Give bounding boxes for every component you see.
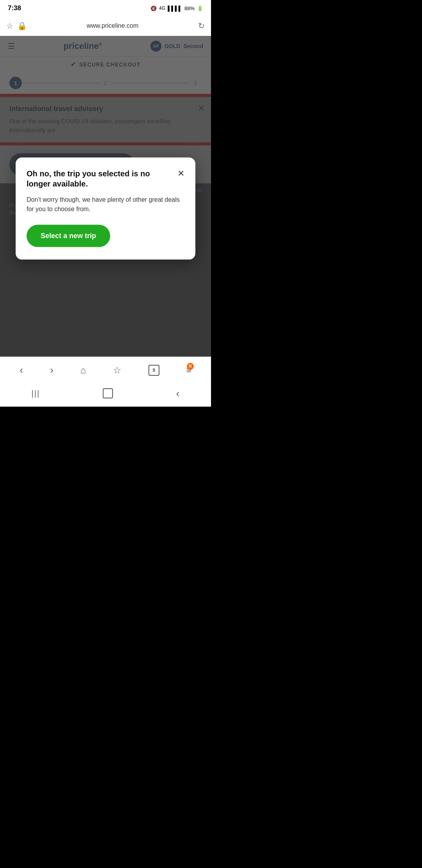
battery-text: 88% (184, 5, 195, 11)
battery-icon: 🔋 (197, 5, 203, 11)
home-button[interactable]: ⌂ (80, 365, 86, 376)
browser-left: ☆ 🔒 (6, 21, 27, 30)
select-new-trip-button[interactable]: Select a new trip (27, 225, 110, 247)
browser-bar: ☆ 🔒 www.priceline.com ↻ (0, 16, 211, 36)
recent-apps-button[interactable]: ||| (32, 389, 40, 398)
lock-icon: 🔒 (17, 21, 27, 30)
browser-url[interactable]: www.priceline.com (27, 22, 198, 29)
home-system-button[interactable] (103, 388, 113, 398)
status-time: 7:38 (8, 4, 21, 12)
modal-header: Oh no, the trip you selected is no longe… (27, 169, 184, 189)
trip-unavailable-modal: Oh no, the trip you selected is no longe… (16, 158, 195, 260)
bookmark-button[interactable]: ☆ (113, 365, 122, 376)
notification-badge: N (187, 363, 194, 370)
network-icon: ▌▌▌▌ (168, 5, 182, 11)
status-bar: 7:38 🔇 4G ▌▌▌▌ 88% 🔋 (0, 0, 211, 16)
page-background: ☰ priceline® VIP GOLD Second ✔ SECURE CH… (0, 36, 211, 357)
reload-icon[interactable]: ↻ (198, 21, 205, 30)
back-system-button[interactable]: ‹ (176, 387, 180, 400)
menu-button[interactable]: ≡ N (186, 365, 191, 375)
tabs-count: 9 (152, 368, 155, 373)
back-button[interactable]: ‹ (20, 364, 23, 376)
favorite-icon[interactable]: ☆ (6, 21, 13, 30)
mute-icon: 🔇 (150, 5, 157, 11)
modal-body: Don't worry though, we have plenty of ot… (27, 195, 184, 214)
system-nav-bar: ||| ‹ (0, 383, 211, 407)
forward-button[interactable]: › (50, 364, 54, 376)
browser-bottom-bar: ‹ › ⌂ ☆ 9 ≡ N (0, 357, 211, 383)
signal-icon: 4G (159, 5, 165, 11)
modal-title: Oh no, the trip you selected is no longe… (27, 169, 177, 189)
status-icons: 🔇 4G ▌▌▌▌ 88% 🔋 (150, 5, 203, 11)
tabs-button[interactable]: 9 (148, 365, 159, 376)
modal-close-button[interactable]: ✕ (177, 169, 184, 179)
